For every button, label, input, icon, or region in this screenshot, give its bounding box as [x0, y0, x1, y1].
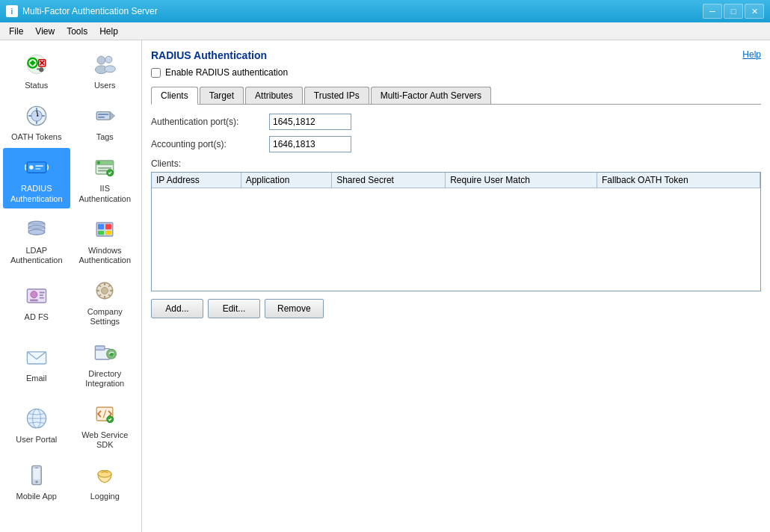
remove-button[interactable]: Remove — [265, 299, 324, 318]
tab-clients[interactable]: Clients — [151, 87, 198, 105]
svg-point-10 — [97, 56, 105, 64]
sidebar-label-directory-integration: Directory Integration — [75, 369, 136, 389]
status-icon — [22, 49, 52, 79]
title-bar-left: i Multi-Factor Authentication Server — [6, 5, 158, 17]
svg-rect-32 — [98, 170, 108, 172]
svg-rect-42 — [98, 231, 104, 235]
accounting-port-label: Accounting port(s): — [151, 139, 263, 149]
maximize-button[interactable]: □ — [724, 4, 743, 19]
portal-icon — [22, 403, 52, 433]
svg-point-30 — [97, 161, 100, 164]
sidebar-label-user-portal: User Portal — [16, 435, 57, 445]
svg-point-38 — [28, 229, 45, 235]
sidebar-label-oath-tokens: OATH Tokens — [11, 132, 61, 142]
svg-point-12 — [105, 56, 112, 63]
sidebar-label-users: Users — [94, 81, 116, 90]
sidebar-item-oath-tokens[interactable]: OATH Tokens — [3, 96, 70, 146]
svg-rect-49 — [39, 297, 43, 299]
svg-rect-31 — [98, 167, 111, 169]
logging-icon — [90, 460, 120, 490]
auth-port-label: Authentication port(s): — [151, 117, 263, 127]
svg-rect-20 — [96, 112, 110, 120]
content-header: RADIUS Authentication Help — [151, 49, 761, 61]
menu-bar: File View Tools Help — [0, 22, 770, 40]
sidebar-label-ad-fs: AD FS — [25, 312, 49, 322]
tabs-container: Clients Target Attributes Trusted IPs Mu… — [151, 87, 761, 105]
tab-trusted-ips[interactable]: Trusted IPs — [304, 87, 369, 104]
title-bar: i Multi-Factor Authentication Server ─ □… — [0, 0, 770, 22]
windows-icon — [90, 214, 120, 244]
clients-section: Clients: IP Address Application Shared S… — [151, 158, 761, 291]
sdk-icon — [90, 399, 120, 429]
sidebar-item-windows-auth[interactable]: Windows Authentication — [72, 210, 139, 270]
add-button[interactable]: Add... — [151, 299, 203, 318]
sidebar-label-windows-auth: Windows Authentication — [75, 246, 136, 265]
svg-rect-27 — [35, 168, 40, 170]
menu-view[interactable]: View — [29, 24, 61, 39]
col-application: Application — [241, 173, 332, 188]
svg-point-4 — [31, 61, 34, 65]
accounting-port-input[interactable] — [269, 136, 351, 152]
svg-rect-41 — [105, 224, 111, 229]
svg-rect-26 — [35, 166, 43, 167]
sidebar-item-ldap-auth[interactable]: LDAP Authentication — [3, 210, 70, 270]
sidebar-grid: Status Users — [3, 45, 138, 506]
svg-rect-48 — [39, 294, 43, 296]
email-icon — [22, 342, 52, 372]
sidebar-item-status[interactable]: Status — [3, 45, 70, 95]
svg-marker-23 — [110, 112, 114, 120]
sidebar-item-users[interactable]: Users — [72, 45, 139, 95]
close-button[interactable]: ✕ — [745, 4, 764, 19]
sidebar-item-radius-auth[interactable]: RADIUS Authentication — [3, 148, 70, 208]
enable-radius-label: Enable RADIUS authentication — [165, 67, 288, 78]
tab-target[interactable]: Target — [200, 87, 244, 104]
edit-button[interactable]: Edit... — [208, 299, 260, 318]
sidebar-label-status: Status — [25, 81, 48, 90]
auth-port-input[interactable] — [269, 114, 351, 130]
sidebar-item-email[interactable]: Email — [3, 333, 70, 393]
window-controls: ─ □ ✕ — [703, 4, 764, 19]
sidebar-label-tags: Tags — [96, 132, 114, 142]
page-title: RADIUS Authentication — [151, 49, 267, 61]
menu-file[interactable]: File — [3, 24, 29, 39]
sidebar-item-mobile-app[interactable]: Mobile App — [3, 456, 70, 506]
table-header-row: IP Address Application Shared Secret Req… — [152, 173, 760, 188]
sidebar-label-mobile-app: Mobile App — [16, 492, 57, 501]
sidebar-item-directory-integration[interactable]: Directory Integration — [72, 333, 139, 393]
directory-icon — [90, 338, 120, 368]
col-require-user-match: Require User Match — [446, 173, 597, 188]
sidebar-item-ad-fs[interactable]: AD FS — [3, 271, 70, 331]
tab-mfa-servers[interactable]: Multi-Factor Auth Servers — [371, 87, 491, 104]
clients-table: IP Address Application Shared Secret Req… — [152, 173, 760, 188]
col-shared-secret: Shared Secret — [332, 173, 446, 188]
clients-table-container: IP Address Application Shared Secret Req… — [151, 172, 761, 291]
sidebar-item-company-settings[interactable]: Company Settings — [72, 271, 139, 331]
svg-point-25 — [29, 166, 33, 170]
menu-tools[interactable]: Tools — [61, 24, 93, 39]
svg-rect-43 — [105, 231, 111, 235]
svg-rect-22 — [98, 117, 105, 118]
help-link[interactable]: Help — [742, 49, 761, 60]
tab-attributes[interactable]: Attributes — [245, 87, 303, 104]
minimize-button[interactable]: ─ — [703, 4, 722, 19]
sidebar-item-web-service-sdk[interactable]: Web Service SDK — [72, 395, 139, 454]
users-icon — [90, 49, 120, 79]
sidebar-item-logging[interactable]: Logging — [72, 456, 139, 506]
enable-radius-checkbox[interactable] — [151, 68, 161, 78]
svg-rect-64 — [33, 468, 40, 479]
ldap-icon — [22, 214, 52, 244]
sidebar-label-ldap-auth: LDAP Authentication — [6, 246, 67, 265]
sidebar-item-iis-auth[interactable]: IIS Authentication — [72, 148, 139, 208]
radius-icon — [22, 152, 52, 182]
app-icon: i — [6, 5, 18, 17]
menu-help[interactable]: Help — [93, 24, 124, 39]
tags-icon — [90, 101, 120, 131]
sidebar-label-company-settings: Company Settings — [75, 307, 136, 327]
sidebar-label-iis-auth: IIS Authentication — [75, 184, 136, 203]
svg-rect-46 — [30, 299, 38, 301]
sidebar-item-tags[interactable]: Tags — [72, 96, 139, 146]
svg-rect-21 — [98, 114, 108, 115]
svg-point-65 — [35, 480, 38, 483]
sidebar-item-user-portal[interactable]: User Portal — [3, 395, 70, 454]
oath-icon — [22, 101, 52, 131]
